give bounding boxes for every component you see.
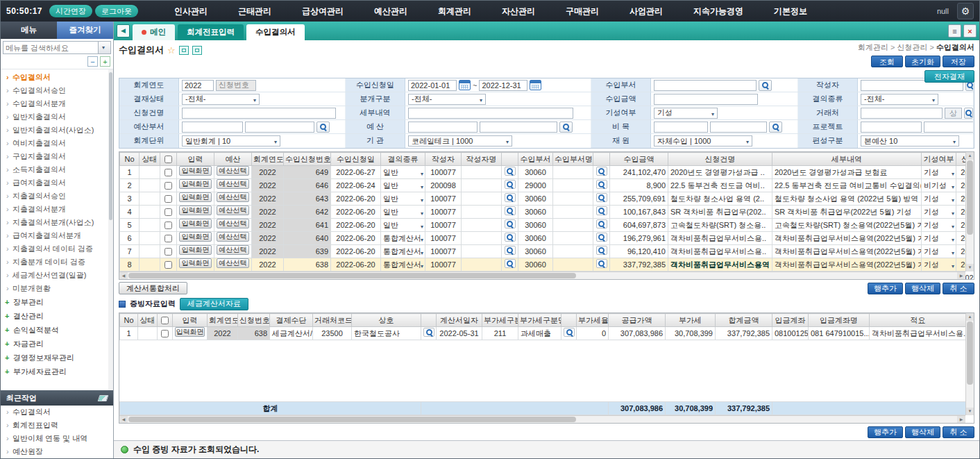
cell-writer[interactable]: 100077 bbox=[425, 232, 462, 245]
income-date-to-input[interactable] bbox=[479, 80, 527, 91]
approval-status-select[interactable]: -전체- bbox=[182, 94, 260, 105]
cell-progress[interactable]: 기성 bbox=[922, 166, 956, 179]
budget-select-button[interactable]: 예산선택 bbox=[217, 206, 249, 215]
income-row[interactable]: 3 입력화면 예산선택 2022 643 2022-06-20 일반 10007… bbox=[120, 192, 975, 206]
tree-scrollbar[interactable] bbox=[108, 69, 113, 390]
reset-button[interactable]: 초기화 bbox=[905, 56, 940, 67]
cell-vendor-code[interactable]: 23500 bbox=[313, 327, 352, 340]
cell-title[interactable]: SR 객차비품 취급업무(202.. bbox=[668, 206, 772, 219]
cell-pay-method[interactable]: 세금계산서/.. bbox=[270, 327, 313, 340]
cell-decision-type[interactable]: 일반 bbox=[381, 192, 425, 206]
cell-detail[interactable]: 22.5 동부건축 전도금 여비교통비 수입결의(작.. bbox=[772, 179, 922, 192]
cell-title[interactable]: 고속철도차량(SRT) 청소용.. bbox=[668, 219, 772, 232]
evidence-grid-vscrollbar[interactable] bbox=[965, 313, 974, 415]
cell-amount[interactable]: 255,709,691 bbox=[610, 192, 668, 206]
cell-decision-type[interactable]: 통합계산서 bbox=[381, 258, 425, 272]
scroll-down-icon[interactable] bbox=[966, 408, 974, 415]
search-icon[interactable] bbox=[596, 193, 607, 202]
cell-detail[interactable]: 객차비품취급업무서비스용역(2022년5월) 기성 bbox=[772, 232, 922, 245]
cell-decision-type[interactable]: 통합계산서 bbox=[381, 232, 425, 245]
tab-menu[interactable]: 메뉴 bbox=[1, 22, 57, 39]
cell-amount[interactable]: 241,102,470 bbox=[610, 166, 668, 179]
cell-amount[interactable]: 337,792,385 bbox=[610, 258, 668, 272]
cell-writer[interactable]: 100077 bbox=[425, 245, 462, 258]
cell-request-date[interactable]: 2022-06-20 bbox=[331, 206, 381, 219]
income-amount-input[interactable] bbox=[654, 94, 758, 105]
cell-detail[interactable]: 객차비품취급업무서비스용역(2022년5월) 기성 bbox=[772, 245, 922, 258]
cell-amount[interactable]: 604,697,873 bbox=[610, 219, 668, 232]
input-screen-button[interactable]: 입력화면 bbox=[175, 327, 205, 337]
progress-select[interactable]: 기성 bbox=[654, 108, 718, 119]
cell-title[interactable]: 철도차량 청소사업 용역 (2.. bbox=[668, 192, 772, 206]
search-icon[interactable] bbox=[596, 167, 607, 176]
scroll-down-icon[interactable] bbox=[966, 264, 974, 272]
cell-progress[interactable]: 기성 bbox=[922, 206, 956, 219]
search-icon[interactable] bbox=[596, 259, 607, 268]
income-row[interactable]: 1 입력화면 예산선택 2022 649 2022-06-27 일반 10007… bbox=[120, 166, 975, 179]
item-code-input[interactable] bbox=[654, 122, 708, 133]
new-window-icon[interactable] bbox=[179, 46, 189, 55]
budget-dept-name-input[interactable] bbox=[245, 122, 314, 133]
cell-decision-type[interactable]: 일반 bbox=[381, 166, 425, 179]
input-screen-button[interactable]: 입력화면 bbox=[179, 219, 212, 228]
row-checkbox[interactable] bbox=[164, 208, 172, 216]
cell-request-date[interactable]: 2022-06-20 bbox=[331, 258, 381, 272]
top-menu-item[interactable]: 구매관리 bbox=[566, 6, 599, 17]
income-row[interactable]: 7 입력화면 예산선택 2022 639 2022-06-20 통합계산서 10… bbox=[120, 245, 975, 258]
cell-decision-type[interactable]: 일반 bbox=[381, 179, 425, 192]
collapse-all-button[interactable]: − bbox=[87, 56, 98, 67]
menu-tree-item[interactable]: 급여지출결의서 bbox=[1, 176, 113, 190]
top-menu-item[interactable]: 자산관리 bbox=[502, 6, 535, 17]
cell-writer[interactable]: 100077 bbox=[425, 192, 462, 206]
income-dept-input[interactable] bbox=[654, 80, 757, 91]
row-add-button[interactable]: 행추가 bbox=[868, 283, 903, 294]
writer-search-icon[interactable] bbox=[965, 80, 974, 91]
cell-decision-type[interactable]: 일반 bbox=[381, 219, 425, 232]
cell-detail[interactable]: 고속철도차량(SRT) 청소용역(2022년5월) 기성 bbox=[772, 219, 922, 232]
cell-vat-rate[interactable]: 0 bbox=[577, 327, 609, 340]
fiscal-year-input[interactable] bbox=[182, 80, 214, 91]
search-icon[interactable] bbox=[505, 246, 516, 255]
vscroll-thumb[interactable] bbox=[967, 322, 973, 385]
capture-icon[interactable] bbox=[192, 46, 202, 55]
scroll-right-icon[interactable] bbox=[957, 416, 965, 423]
hscroll-thumb[interactable] bbox=[128, 273, 576, 278]
cell-amount[interactable]: 196,279,961 bbox=[610, 232, 668, 245]
income-date-from-input[interactable] bbox=[408, 80, 457, 91]
recent-work-item[interactable]: 일반이체 연동 및 내역 bbox=[1, 432, 113, 445]
extend-time-button[interactable]: 시간연장 bbox=[49, 5, 92, 17]
row-checkbox[interactable] bbox=[164, 261, 172, 269]
cell-progress[interactable]: 기성 bbox=[922, 219, 956, 232]
budget-code-input[interactable] bbox=[408, 122, 478, 133]
cell-vendor[interactable]: 한국철도공사 bbox=[352, 327, 421, 340]
scroll-up-icon[interactable] bbox=[966, 152, 974, 160]
budget-select-button[interactable]: 예산선택 bbox=[217, 232, 249, 242]
item-search-icon[interactable] bbox=[769, 122, 782, 133]
tab-back-icon[interactable]: ◀ bbox=[117, 24, 130, 37]
invoice-merge-button[interactable]: 계산서통합처리 bbox=[119, 282, 187, 294]
input-screen-button[interactable]: 입력화면 bbox=[179, 245, 212, 255]
search-icon[interactable] bbox=[596, 180, 607, 189]
input-screen-button[interactable]: 입력화면 bbox=[179, 232, 212, 242]
tab-close-icon[interactable]: × bbox=[963, 24, 977, 37]
cancel-button[interactable]: 취 소 bbox=[943, 426, 974, 438]
menu-tree-item[interactable]: 지출결의서분개 bbox=[1, 203, 113, 216]
cell-dept[interactable]: 30060 bbox=[518, 232, 553, 245]
recent-work-item[interactable]: 수입결의서 bbox=[1, 406, 113, 419]
row-delete-button[interactable]: 행삭제 bbox=[905, 426, 940, 438]
row-checkbox[interactable] bbox=[164, 182, 172, 190]
expand-all-button[interactable]: + bbox=[100, 56, 110, 67]
vendor-search-type[interactable]: 상호 bbox=[945, 108, 962, 119]
budget-dept-code-input[interactable] bbox=[182, 122, 243, 133]
cell-dept[interactable]: 29000 bbox=[518, 179, 553, 192]
search-button[interactable]: 조회 bbox=[871, 56, 903, 67]
menu-group-item[interactable]: 장부관리 bbox=[1, 295, 113, 309]
decision-type-select[interactable]: -전체- bbox=[861, 94, 938, 105]
menu-tree-item[interactable]: 구입지출결의서 bbox=[1, 150, 113, 163]
input-screen-button[interactable]: 입력화면 bbox=[179, 166, 212, 176]
cell-decision-type[interactable]: 통합계산서 bbox=[381, 245, 425, 258]
menu-tree-item[interactable]: 여비지출결의서 bbox=[1, 137, 113, 150]
cell-writer[interactable]: 200098 bbox=[425, 179, 462, 192]
menu-tree-item[interactable]: 소득지출결의서 bbox=[1, 163, 113, 176]
menu-tree-item[interactable]: 일반지출결의서 bbox=[1, 110, 113, 124]
